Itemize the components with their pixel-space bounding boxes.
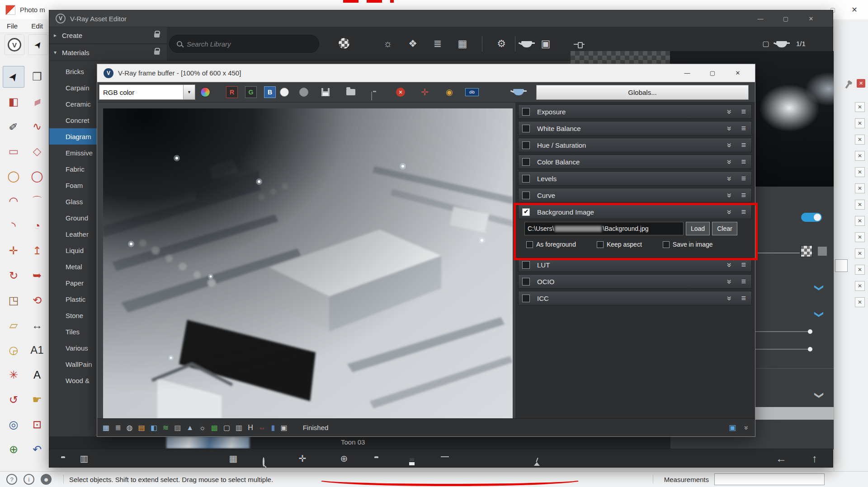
- status-icon[interactable]: ≋: [163, 424, 169, 431]
- info-icon[interactable]: i: [24, 474, 34, 485]
- correction-row[interactable]: Color Balance: [518, 155, 752, 169]
- select-tool[interactable]: ➤: [3, 66, 24, 88]
- solid-background-button[interactable]: [818, 247, 827, 256]
- row-menu-icon[interactable]: [741, 124, 746, 133]
- correction-checkbox[interactable]: [522, 175, 530, 183]
- panel-close-button[interactable]: ✕: [855, 102, 865, 112]
- render-teapot-icon[interactable]: [521, 41, 532, 47]
- checker-background-button[interactable]: [801, 245, 812, 257]
- dock-icon[interactable]: ▢: [759, 37, 773, 51]
- correction-row[interactable]: Curve: [518, 188, 752, 202]
- status-icon[interactable]: ▨: [174, 424, 181, 431]
- expand-arrow-icon[interactable]: ▾: [54, 49, 62, 56]
- section-chevron-icon[interactable]: ❯: [814, 284, 825, 292]
- tape-measure-tool[interactable]: ▱: [3, 314, 24, 336]
- zoom-extents-tool[interactable]: ⊕: [3, 439, 24, 460]
- row-menu-icon[interactable]: [741, 191, 746, 200]
- maximize-button[interactable]: ▢: [700, 64, 725, 82]
- status-icon[interactable]: ☼: [199, 424, 206, 431]
- arc-tool[interactable]: ◠: [3, 190, 24, 212]
- text-tool[interactable]: A1: [26, 339, 48, 361]
- panel-close-button[interactable]: ✕: [855, 232, 865, 242]
- white-background-icon[interactable]: [280, 88, 289, 97]
- framebuffer-icon[interactable]: ▣: [539, 37, 552, 51]
- scale-tool[interactable]: ◳: [3, 290, 24, 311]
- status-icon[interactable]: ▦: [103, 424, 109, 431]
- preview-settings-icon[interactable]: [574, 42, 585, 47]
- expand-chevron-icon[interactable]: [724, 176, 734, 181]
- pick-asset-icon[interactable]: ✛: [296, 449, 309, 468]
- pan-tool[interactable]: ☛: [26, 389, 48, 411]
- panel-close-button[interactable]: ✕: [855, 183, 865, 193]
- 3d-text-tool[interactable]: A: [26, 364, 48, 386]
- row-menu-icon[interactable]: [741, 174, 746, 183]
- correction-checkbox[interactable]: [522, 141, 530, 149]
- close-button[interactable]: ✕: [844, 0, 865, 19]
- previous-view-tool[interactable]: ↶: [26, 439, 48, 460]
- red-channel-button[interactable]: R: [226, 86, 238, 98]
- expand-chevron-icon[interactable]: [724, 193, 734, 197]
- status-icon[interactable]: ▢: [223, 424, 230, 431]
- make-component-tool[interactable]: ❐: [26, 66, 48, 88]
- pie-tool[interactable]: ◔: [26, 215, 48, 237]
- status-icon[interactable]: ▥: [236, 424, 242, 431]
- status-icon[interactable]: H: [248, 424, 253, 431]
- textures-tab-icon[interactable]: ▦: [456, 37, 469, 51]
- freehand-tool[interactable]: ∿: [26, 116, 48, 137]
- layers-tab-icon[interactable]: ≣: [431, 37, 444, 51]
- correction-row[interactable]: Hue / Saturation: [518, 138, 752, 152]
- save-image-icon[interactable]: [321, 88, 330, 96]
- expand-chevron-icon[interactable]: [724, 279, 734, 284]
- protractor-tool[interactable]: ◶: [3, 339, 24, 361]
- paint-bucket-tool[interactable]: ◧: [3, 91, 24, 112]
- panel-close-button[interactable]: ✕: [855, 265, 865, 275]
- expand-chevron-icon[interactable]: [724, 109, 734, 114]
- section-materials[interactable]: ▾ Materials: [49, 44, 167, 61]
- lights-tab-icon[interactable]: ☼: [381, 37, 395, 51]
- region-render-icon[interactable]: [729, 423, 736, 432]
- correction-checkbox[interactable]: [522, 192, 530, 199]
- tray-value-box[interactable]: [835, 259, 848, 272]
- panel-close-button[interactable]: ✕: [855, 216, 865, 226]
- correction-row[interactable]: ICC: [518, 291, 752, 305]
- collapse-chevron-icon[interactable]: [743, 426, 751, 430]
- gray-background-icon[interactable]: [299, 88, 308, 97]
- follow-me-tool[interactable]: ➥: [26, 265, 48, 286]
- expand-chevron-icon[interactable]: [724, 296, 734, 300]
- tray-close-button[interactable]: ✕: [857, 79, 865, 88]
- select-toolbar-button[interactable]: ➤: [28, 34, 48, 55]
- row-menu-icon[interactable]: [741, 157, 746, 167]
- row-menu-icon[interactable]: [741, 107, 746, 117]
- status-icon[interactable]: ▤: [138, 424, 145, 431]
- list-view-icon[interactable]: ▥: [77, 449, 91, 468]
- move-tool[interactable]: ✛: [3, 240, 24, 262]
- material-list-row[interactable]: Toon 03: [49, 436, 670, 449]
- section-chevron-icon[interactable]: ❯: [814, 311, 825, 318]
- panel-close-button[interactable]: ✕: [855, 135, 865, 145]
- push-pull-tool[interactable]: ↥: [26, 240, 48, 262]
- menu-item[interactable]: File: [7, 22, 18, 30]
- eraser-tool[interactable]: ▰: [26, 91, 48, 112]
- zoom-tool[interactable]: ◎: [3, 414, 24, 435]
- status-icon[interactable]: ≣: [115, 424, 121, 431]
- tray-pin-icon[interactable]: [845, 83, 850, 89]
- row-menu-icon[interactable]: [741, 260, 746, 270]
- dropdown-chevron-icon[interactable]: ❯: [814, 392, 825, 399]
- status-icon[interactable]: ◧: [151, 424, 157, 431]
- panel-close-button[interactable]: ✕: [855, 297, 865, 307]
- collapse-arrow-icon[interactable]: ▸: [54, 32, 62, 38]
- up-arrow-icon[interactable]: ↑: [808, 449, 821, 468]
- line-tool[interactable]: ✏: [3, 116, 24, 137]
- minimize-button[interactable]: —: [748, 10, 773, 27]
- geolocation-icon[interactable]: ☻: [41, 474, 52, 485]
- status-icon[interactable]: ◍: [127, 424, 133, 431]
- row-menu-icon[interactable]: [741, 294, 746, 303]
- color-wheel-icon[interactable]: [200, 87, 210, 97]
- copy-clipboard-icon[interactable]: [371, 92, 372, 100]
- expand-chevron-icon[interactable]: [724, 143, 734, 147]
- correction-checkbox[interactable]: [522, 158, 530, 166]
- render-last-icon[interactable]: [513, 89, 524, 95]
- search-library-input[interactable]: Search Library: [169, 35, 319, 53]
- close-button[interactable]: ✕: [798, 10, 824, 27]
- three-point-arc-tool[interactable]: ◝: [3, 215, 24, 237]
